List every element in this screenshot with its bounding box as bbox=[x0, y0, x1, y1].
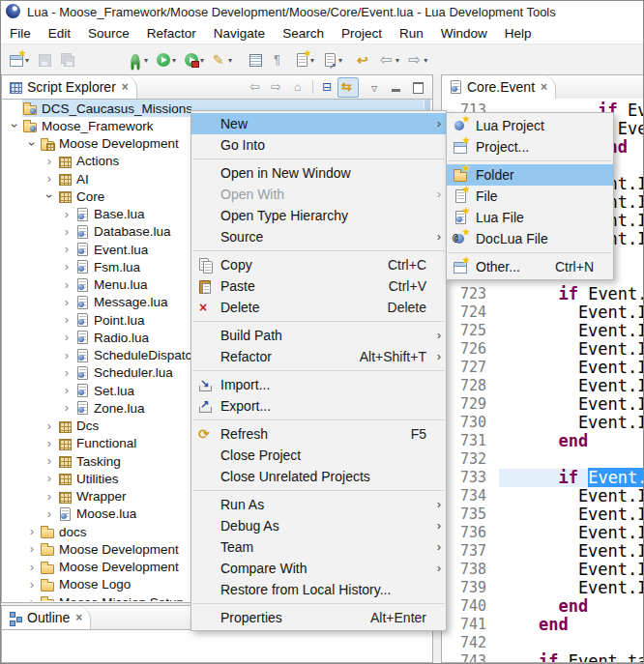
menu-item-open-type-hierarchy[interactable]: Open Type Hierarchy bbox=[191, 205, 446, 226]
menu-item-team[interactable]: Team› bbox=[191, 536, 446, 558]
view-tool-minimize-button[interactable] bbox=[386, 77, 407, 98]
submenu-item-other[interactable]: ★Other...Ctrl+N bbox=[447, 256, 613, 277]
expander-open-icon[interactable]: › bbox=[25, 136, 39, 152]
toolbar-mark-occurrences-button[interactable] bbox=[245, 47, 266, 72]
code-text[interactable] bbox=[499, 634, 643, 652]
expander-closed-icon[interactable]: › bbox=[42, 419, 57, 433]
expander-closed-icon[interactable]: › bbox=[59, 296, 74, 309]
code-text[interactable]: Event.IniDCSUnit = Event.initiator bbox=[499, 303, 643, 322]
submenu-item-folder[interactable]: ★Folder bbox=[447, 164, 613, 186]
toolbar-open-element-button[interactable]: ↗▾ bbox=[319, 47, 345, 72]
expander-closed-icon[interactable]: › bbox=[42, 507, 57, 521]
view-tool-collapse-all-button[interactable]: ⊟ bbox=[316, 77, 337, 98]
menubar-file[interactable]: File bbox=[1, 24, 40, 43]
menu-item-refresh[interactable]: ⟳RefreshF5 bbox=[191, 423, 446, 445]
code-text[interactable] bbox=[499, 450, 643, 469]
code-text[interactable]: Event.IniUnit = STATIC:FindByName( Event… bbox=[499, 359, 643, 377]
menu-item-debug-as[interactable]: Debug As› bbox=[191, 515, 446, 536]
toolbar-debug-button[interactable]: ▾ bbox=[125, 47, 151, 72]
expander-closed-icon[interactable]: › bbox=[42, 155, 57, 168]
toolbar-show-whitespace-button[interactable]: ¶ bbox=[268, 47, 289, 72]
expander-closed-icon[interactable]: › bbox=[59, 260, 74, 274]
toolbar-save-all-button[interactable] bbox=[57, 47, 78, 72]
expander-closed-icon[interactable]: › bbox=[59, 401, 74, 415]
expander-closed-icon[interactable]: › bbox=[59, 225, 74, 239]
menubar-refactor[interactable]: Refactor bbox=[138, 24, 205, 43]
expander-closed-icon[interactable]: › bbox=[24, 578, 40, 592]
code-text[interactable]: Event.IniDCSUnitName = Event.IniDCSUnit:… bbox=[499, 322, 643, 340]
menu-item-go-into[interactable]: Go Into bbox=[191, 134, 446, 156]
toolbar-new-wizard-button[interactable]: ★▾ bbox=[6, 47, 32, 72]
menubar-edit[interactable]: Edit bbox=[40, 24, 79, 43]
view-tool-nav-up-button[interactable]: ⌂ bbox=[288, 77, 309, 98]
menu-item-copy[interactable]: CopyCtrl+C bbox=[191, 254, 446, 275]
expander-closed-icon[interactable]: › bbox=[59, 278, 74, 292]
dropdown-caret-icon[interactable]: ▾ bbox=[424, 56, 427, 65]
view-tool-link-with-editor-button[interactable]: ⇆ bbox=[337, 77, 359, 98]
code-text[interactable]: if Event.IniObjectCategory == Object.Cat… bbox=[499, 469, 643, 487]
dropdown-caret-icon[interactable]: ▾ bbox=[200, 56, 204, 65]
expander-closed-icon[interactable]: › bbox=[42, 472, 57, 485]
menu-item-new[interactable]: New› bbox=[191, 113, 446, 134]
dropdown-caret-icon[interactable]: ▾ bbox=[395, 56, 399, 65]
menu-item-source[interactable]: Source› bbox=[191, 226, 446, 247]
view-tool-view-menu-button[interactable]: ▽ bbox=[365, 77, 386, 98]
tab-outline[interactable]: Outline × bbox=[2, 606, 91, 629]
submenu-item-doclua-file[interactable]: @★DocLua File bbox=[447, 228, 613, 249]
tab-core-event[interactable]: Core.Event × bbox=[442, 75, 556, 99]
code-text[interactable]: Event.IniTypeName = Event.IniDCSUnit:get… bbox=[499, 414, 643, 432]
code-text[interactable]: Event.IniDCSCargoName = Event.IniDCSCarg… bbox=[499, 505, 643, 524]
expander-closed-icon[interactable]: › bbox=[59, 349, 74, 362]
menubar-search[interactable]: Search bbox=[274, 24, 333, 43]
submenu-item-lua-project[interactable]: ★Lua Project bbox=[447, 115, 613, 136]
menu-item-delete[interactable]: ×DeleteDelete bbox=[191, 297, 446, 318]
expander-closed-icon[interactable]: › bbox=[59, 208, 74, 221]
toolbar-run-coverage-button[interactable]: ▾ bbox=[181, 47, 207, 72]
expander-closed-icon[interactable]: › bbox=[59, 313, 74, 327]
code-text[interactable]: Event.IniUnitName = Event.IniDCSUnitName bbox=[499, 340, 643, 359]
toolbar-save-button[interactable] bbox=[34, 47, 55, 72]
menu-item-import[interactable]: ↘Import... bbox=[191, 374, 446, 395]
code-text[interactable]: if Event.IniObjectCategory == Object.Cat… bbox=[499, 285, 643, 303]
toolbar-forward-button[interactable]: ⇨▾ bbox=[404, 47, 430, 72]
code-text[interactable]: Event.IniCategory = Event.IniDCSUnit:get… bbox=[499, 395, 643, 414]
dropdown-caret-icon[interactable]: ▾ bbox=[228, 56, 232, 65]
menu-item-build-path[interactable]: Build Path› bbox=[191, 325, 446, 346]
toolbar-last-edit-location-button[interactable]: ↩ bbox=[353, 47, 374, 72]
expander-closed-icon[interactable]: › bbox=[42, 454, 57, 468]
view-tool-maximize-button[interactable] bbox=[407, 77, 428, 98]
expander-closed-icon[interactable]: › bbox=[42, 490, 57, 504]
menu-item-restore-from-local-history[interactable]: Restore from Local History... bbox=[191, 579, 446, 600]
code-text[interactable]: Event.IniCargoName = Event.IniDCSCargoNa… bbox=[499, 524, 643, 542]
code-text[interactable]: Event.IniCargo = CARGO:FindByName( Event… bbox=[499, 542, 643, 561]
code-text[interactable]: if Event.target then bbox=[499, 652, 643, 662]
menu-item-properties[interactable]: PropertiesAlt+Enter bbox=[191, 607, 446, 628]
toolbar-back-button[interactable]: ⇦▾ bbox=[376, 47, 402, 72]
menu-item-refactor[interactable]: RefactorAlt+Shift+T› bbox=[191, 346, 446, 367]
expander-closed-icon[interactable]: › bbox=[59, 366, 74, 380]
toolbar-run-button[interactable]: ▾ bbox=[153, 47, 179, 72]
code-text[interactable]: Event.IniCategory = Event.IniDCSCargo:ge… bbox=[499, 579, 643, 597]
expander-open-icon[interactable]: › bbox=[8, 118, 21, 133]
menu-item-open-with[interactable]: Open With› bbox=[191, 184, 446, 205]
toolbar-external-tools-button[interactable]: ✎▾ bbox=[209, 47, 235, 72]
menu-item-close-unrelated-projects[interactable]: Close Unrelated Projects bbox=[191, 466, 446, 487]
close-icon[interactable]: × bbox=[75, 611, 82, 624]
dropdown-caret-icon[interactable]: ▾ bbox=[172, 56, 176, 65]
code-text[interactable]: Event.IniDCSCargo = Event.initiator bbox=[499, 487, 643, 505]
expander-closed-icon[interactable]: › bbox=[59, 384, 74, 397]
expander-closed-icon[interactable]: › bbox=[24, 561, 40, 574]
expander-closed-icon[interactable]: › bbox=[59, 243, 74, 256]
expander-closed-icon[interactable]: › bbox=[59, 331, 74, 344]
view-tool-nav-back-button[interactable]: ⇦ bbox=[246, 77, 267, 98]
expander-closed-icon[interactable]: › bbox=[42, 172, 57, 186]
dropdown-caret-icon[interactable]: ▾ bbox=[338, 56, 342, 65]
menu-item-compare-with[interactable]: Compare With› bbox=[191, 558, 446, 579]
dropdown-caret-icon[interactable]: ▾ bbox=[144, 56, 148, 65]
expander-open-icon[interactable]: › bbox=[43, 188, 56, 204]
menu-item-run-as[interactable]: Run As› bbox=[191, 494, 446, 515]
menu-item-open-in-new-window[interactable]: Open in New Window bbox=[191, 162, 446, 184]
menubar-source[interactable]: Source bbox=[79, 24, 138, 43]
code-text[interactable]: end bbox=[499, 597, 643, 616]
close-icon[interactable]: × bbox=[122, 80, 129, 94]
